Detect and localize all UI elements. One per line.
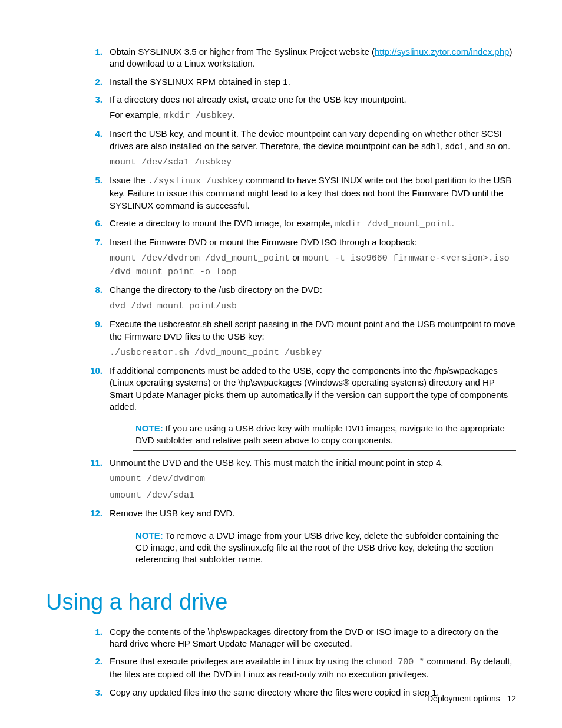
step-number: 1. bbox=[87, 46, 103, 58]
code-line: mount /dev/sda1 /usbkey bbox=[110, 156, 516, 169]
code-line: umount /dev/sda1 bbox=[110, 489, 516, 502]
note-body: To remove a DVD image from your USB driv… bbox=[135, 531, 499, 565]
step-body: If a directory does not already exist, c… bbox=[110, 94, 516, 106]
step-body: Insert the USB key, and mount it. The de… bbox=[110, 128, 516, 152]
step-item: 1.Copy the contents of the \hp\swpackage… bbox=[87, 626, 516, 650]
inline-code: chmod 700 * bbox=[366, 657, 424, 667]
step-body: Change the directory to the /usb directo… bbox=[110, 284, 516, 296]
step-number: 2. bbox=[87, 76, 103, 88]
procedure-list-a: 1.Obtain SYSLINUX 3.5 or higher from The… bbox=[87, 46, 516, 569]
code-text: umount /dev/sda1 bbox=[110, 490, 194, 500]
step-body: Obtain SYSLINUX 3.5 or higher from The S… bbox=[110, 46, 516, 70]
step-body: Create a directory to mount the DVD imag… bbox=[110, 218, 516, 230]
step-number: 3. bbox=[87, 687, 103, 699]
step-item: 4.Insert the USB key, and mount it. The … bbox=[87, 128, 516, 169]
step-number: 11. bbox=[87, 457, 103, 469]
step-body: Insert the Firmware DVD or mount the Fir… bbox=[110, 236, 516, 248]
footer-title: Deployment options bbox=[427, 694, 500, 703]
step-item: 7.Insert the Firmware DVD or mount the F… bbox=[87, 236, 516, 278]
step-number: 9. bbox=[87, 318, 103, 330]
step-item: 3.If a directory does not already exist,… bbox=[87, 94, 516, 123]
step-number: 5. bbox=[87, 174, 103, 186]
step-number: 6. bbox=[87, 218, 103, 229]
inline-code: mkdir /dvd_mount_point bbox=[335, 219, 452, 229]
note-body: If you are using a USB drive key with mu… bbox=[135, 423, 505, 445]
code-text: mount /dev/dvdrom /dvd_mount_point bbox=[110, 253, 290, 263]
step-number: 8. bbox=[87, 284, 103, 296]
step-body: Unmount the DVD and the USB key. This mu… bbox=[110, 457, 516, 469]
example-line: For example, mkdir /usbkey. bbox=[110, 109, 516, 122]
step-number: 7. bbox=[87, 236, 103, 248]
step-item: 9.Execute the usbcreator.sh shell script… bbox=[87, 318, 516, 359]
code-text: ./usbcreator.sh /dvd_mount_point /usbkey bbox=[110, 348, 322, 358]
step-body: If additional components must be added t… bbox=[110, 365, 516, 413]
code-text: umount /dev/dvdrom bbox=[110, 474, 205, 484]
step-item: 11.Unmount the DVD and the USB key. This… bbox=[87, 457, 516, 502]
procedure-list-b: 1.Copy the contents of the \hp\swpackage… bbox=[87, 626, 516, 699]
code-line: dvd /dvd_mount_point/usb bbox=[110, 299, 516, 312]
step-number: 1. bbox=[87, 626, 103, 638]
note-label: NOTE: bbox=[135, 531, 163, 541]
step-body: Remove the USB key and DVD. bbox=[110, 508, 516, 519]
inline-code: ./syslinux /usbkey bbox=[148, 176, 243, 186]
page-footer: Deployment options 12 bbox=[427, 693, 516, 704]
step-item: 12.Remove the USB key and DVD.NOTE: To r… bbox=[87, 508, 516, 569]
footer-page: 12 bbox=[507, 694, 516, 703]
hyperlink[interactable]: http://syslinux.zytor.com/index.php bbox=[375, 47, 509, 57]
code-text: mount /dev/sda1 /usbkey bbox=[110, 157, 232, 167]
step-number: 4. bbox=[87, 128, 103, 140]
step-body: Ensure that execute privileges are avail… bbox=[110, 655, 516, 681]
note-box: NOTE: If you are using a USB drive key w… bbox=[133, 419, 516, 451]
step-number: 2. bbox=[87, 655, 103, 667]
step-body: Issue the ./syslinux /usbkey command to … bbox=[110, 174, 516, 212]
step-body: Install the SYSLINUX RPM obtained in ste… bbox=[110, 76, 516, 88]
code-text: dvd /dvd_mount_point/usb bbox=[110, 301, 237, 311]
step-item: 6.Create a directory to mount the DVD im… bbox=[87, 218, 516, 230]
code-line: umount /dev/dvdrom bbox=[110, 472, 516, 485]
code-line: mount /dev/dvdrom /dvd_mount_point or mo… bbox=[110, 252, 516, 278]
step-body: Execute the usbcreator.sh shell script p… bbox=[110, 318, 516, 342]
step-number: 3. bbox=[87, 94, 103, 106]
step-item: 1.Obtain SYSLINUX 3.5 or higher from The… bbox=[87, 46, 516, 70]
note-box: NOTE: To remove a DVD image from your US… bbox=[133, 526, 516, 570]
step-item: 8.Change the directory to the /usb direc… bbox=[87, 284, 516, 313]
code-line: ./usbcreator.sh /dvd_mount_point /usbkey bbox=[110, 346, 516, 359]
step-body: Copy the contents of the \hp\swpackages … bbox=[110, 626, 516, 650]
section-heading: Using a hard drive bbox=[46, 587, 516, 617]
step-item: 2.Install the SYSLINUX RPM obtained in s… bbox=[87, 76, 516, 88]
code-text: mkdir /usbkey bbox=[164, 111, 233, 121]
step-item: 2.Ensure that execute privileges are ava… bbox=[87, 655, 516, 681]
step-number: 12. bbox=[87, 508, 103, 519]
step-number: 10. bbox=[87, 365, 103, 377]
step-item: 10.If additional components must be adde… bbox=[87, 365, 516, 451]
step-item: 5.Issue the ./syslinux /usbkey command t… bbox=[87, 174, 516, 212]
note-label: NOTE: bbox=[135, 423, 163, 433]
